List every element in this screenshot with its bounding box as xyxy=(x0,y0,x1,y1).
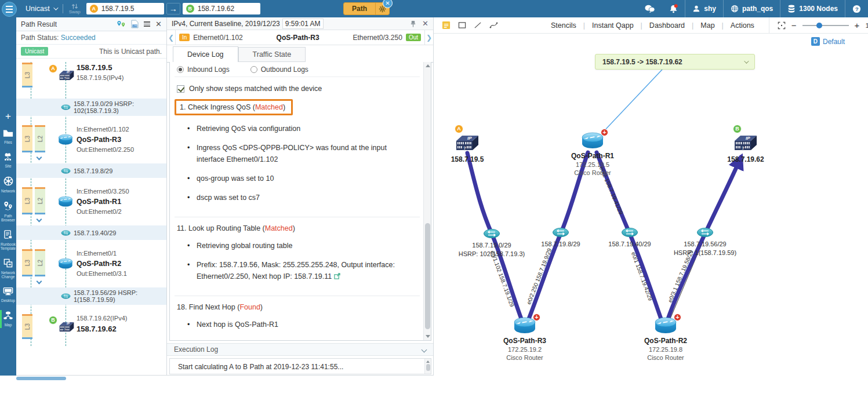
node-count: 1300 Nodes xyxy=(799,5,838,13)
map-menu-stencils[interactable]: Stencils xyxy=(544,21,583,30)
scrollbar-thumb[interactable] xyxy=(426,364,430,371)
swap-button[interactable]: Swap xyxy=(69,3,81,14)
panel-menu-icon[interactable] xyxy=(144,20,150,28)
radio-label: Inbound Logs xyxy=(187,65,230,74)
note-tool-button[interactable] xyxy=(442,21,451,30)
tab-device-log[interactable]: Device Log xyxy=(173,46,238,63)
path-mode-dropdown[interactable]: Unicast xyxy=(26,5,57,13)
network-icon xyxy=(3,176,13,186)
radio-outbound[interactable]: Outbound Logs xyxy=(250,65,308,74)
layer-selector[interactable]: D Default xyxy=(811,37,845,46)
path-endpoint-row[interactable]: L3B158.7.19.62(IPv4)158.7.19.62 xyxy=(16,310,166,345)
prev-hop-button[interactable]: ❮ xyxy=(167,30,176,45)
map-menu-dashboard[interactable]: Dashboard xyxy=(642,21,692,30)
map-menu-map[interactable]: Map xyxy=(693,21,721,30)
endpoint-a-input[interactable] xyxy=(101,5,159,13)
log-document-icon[interactable]: LOG xyxy=(131,20,139,28)
map-node-host-b[interactable]: B158.7.19.62 xyxy=(699,134,792,164)
svg-text:?: ? xyxy=(855,6,859,12)
user-menu[interactable]: shy xyxy=(685,0,723,17)
layer-chip-l2: L2 xyxy=(35,125,45,152)
section-status: Found xyxy=(239,303,260,311)
node-count-menu[interactable]: 1300 Nodes xyxy=(780,0,845,17)
close-path-bar-button[interactable]: ✕ xyxy=(383,0,393,8)
device-detail-panel: IPv4, Current Baseline, 2019/12/23 9:59:… xyxy=(167,17,434,376)
expand-chevron-icon[interactable] xyxy=(37,155,42,161)
zoom-out-button[interactable]: − xyxy=(791,22,797,29)
sidebar-item-network[interactable]: Network xyxy=(0,174,16,195)
path-endpoint-row[interactable]: L3A158.7.19.5158.7.19.5(IPv4) xyxy=(16,59,166,93)
node-sub-label: Cisco Router xyxy=(619,354,712,362)
scroll-down-arrow[interactable] xyxy=(426,335,430,338)
execution-log-body: Start calculating A to B Path at 2019-12… xyxy=(169,358,431,374)
execution-log-text: Start calculating A to B Path at 2019-12… xyxy=(178,363,343,371)
flow-summary-box[interactable]: 158.7.19.5 -> 158.7.19.62 xyxy=(595,54,755,70)
node-name-label: 158.7.19.5 xyxy=(434,155,514,164)
feedback-button[interactable] xyxy=(638,0,662,17)
curve-tool-button[interactable] xyxy=(489,21,498,29)
vertical-scrollbar[interactable] xyxy=(423,62,431,340)
sidebar-item-add[interactable]: + xyxy=(0,110,16,123)
tenant-menu[interactable]: path_qos xyxy=(724,0,780,17)
map-menu-actions[interactable]: Actions xyxy=(724,21,761,30)
close-icon[interactable]: ✕ xyxy=(422,19,428,28)
alert-plus-badge[interactable]: + xyxy=(674,314,681,321)
panel-title: Path Result xyxy=(21,20,111,28)
endpoint-b-input[interactable] xyxy=(198,5,256,13)
tab-traffic-state[interactable]: Traffic State xyxy=(238,47,306,62)
alert-plus-badge[interactable]: + xyxy=(601,129,608,136)
alert-plus-badge[interactable]: + xyxy=(533,314,540,321)
execution-log-scrollbar[interactable] xyxy=(424,359,431,374)
zoom-in-button[interactable]: + xyxy=(855,22,860,29)
sidebar-item-path-browser[interactable]: Path Browser xyxy=(0,199,16,224)
map-node-qos-path-r2[interactable]: +QoS-Path-R2172.25.19.8Cisco Router xyxy=(619,316,712,362)
radio-inbound[interactable]: Inbound Logs xyxy=(177,65,230,74)
next-hop-button[interactable]: ❯ xyxy=(424,30,433,45)
sidebar-item-files[interactable]: Files xyxy=(0,128,16,147)
direction-arrow-button[interactable]: → xyxy=(166,3,180,14)
horizontal-scrollbar-thumb[interactable] xyxy=(16,377,66,380)
shape-tool-button[interactable] xyxy=(458,21,466,29)
scrollbar-thumb[interactable] xyxy=(425,223,430,329)
scroll-up-arrow[interactable] xyxy=(426,360,430,363)
sidebar-item-site[interactable]: Site xyxy=(0,151,16,170)
map-canvas[interactable]: e0/1.102 158.7.19.1/29e0/2.250 158.7.19.… xyxy=(434,34,868,382)
sidebar-item-runbook-template[interactable]: Runbook Template xyxy=(0,228,16,253)
baseline-time[interactable]: 9:59:01 AM xyxy=(282,19,324,29)
layer-chip-l3: L3 xyxy=(22,63,32,88)
path-button[interactable]: Path xyxy=(344,3,375,14)
zoom-slider-handle[interactable] xyxy=(816,23,822,28)
sidebar-item-network-change[interactable]: Network Change xyxy=(0,257,16,281)
map-node-qos-path-r3[interactable]: +QoS-Path-R3172.25.19.2Cisco Router xyxy=(478,316,571,362)
path-device-row[interactable]: L3L2In:Ethernet0/1.102QoS-Path-R3Out:Eth… xyxy=(16,121,166,158)
close-icon[interactable]: ✕ xyxy=(155,21,162,28)
map-menu-instant-qapp[interactable]: Instant Qapp xyxy=(585,21,641,30)
node-name-label: QoS-Path-R3 xyxy=(478,337,571,345)
current-device: QoS-Path-R3 xyxy=(243,34,353,42)
sidebar-item-desktop[interactable]: Desktop xyxy=(0,285,16,305)
map-pins-icon[interactable] xyxy=(117,20,126,28)
path-device-row[interactable]: L3L2In:Ethernet0/1QoS-Path-R2Out:Etherne… xyxy=(16,245,166,282)
path-tree: L3A158.7.19.5158.7.19.5(IPv4)158.7.19.0/… xyxy=(16,59,166,360)
path-device-row[interactable]: L3L2In:Ethernet0/3.250QoS-Path-R1Out:Eth… xyxy=(16,183,166,220)
map-node-qos-path-r1[interactable]: +QoS-Path-R1172.25.19.5Cisco Router xyxy=(546,132,639,177)
scroll-up-arrow[interactable] xyxy=(426,64,430,67)
node-icon-wrap xyxy=(621,227,638,239)
line-tool-button[interactable] xyxy=(474,21,482,29)
expand-chevron-icon[interactable] xyxy=(37,279,42,285)
match-filter-checkbox[interactable]: Only show steps matched with the device xyxy=(177,85,420,93)
map-node-media-4[interactable]: 158.7.19.56/29HSRP: 1(158.7.19.59) xyxy=(659,227,751,257)
in-interface-label: In:Ethernet0/1.102 xyxy=(77,125,164,134)
help-button[interactable]: ? xyxy=(845,0,868,17)
notifications-button[interactable] xyxy=(662,0,685,17)
fit-to-screen-icon[interactable] xyxy=(778,21,786,30)
radio-icon xyxy=(250,66,257,73)
external-link-icon[interactable] xyxy=(334,273,340,279)
main-menu-button[interactable] xyxy=(2,2,17,17)
sidebar-item-map[interactable]: Map xyxy=(0,309,16,329)
execution-log-header[interactable]: Execution Log xyxy=(167,343,433,356)
zoom-slider[interactable] xyxy=(802,25,849,26)
expand-chevron-icon[interactable] xyxy=(37,217,42,223)
map-node-host-a[interactable]: A158.7.19.5 xyxy=(434,134,514,164)
pin-icon[interactable] xyxy=(410,20,416,27)
